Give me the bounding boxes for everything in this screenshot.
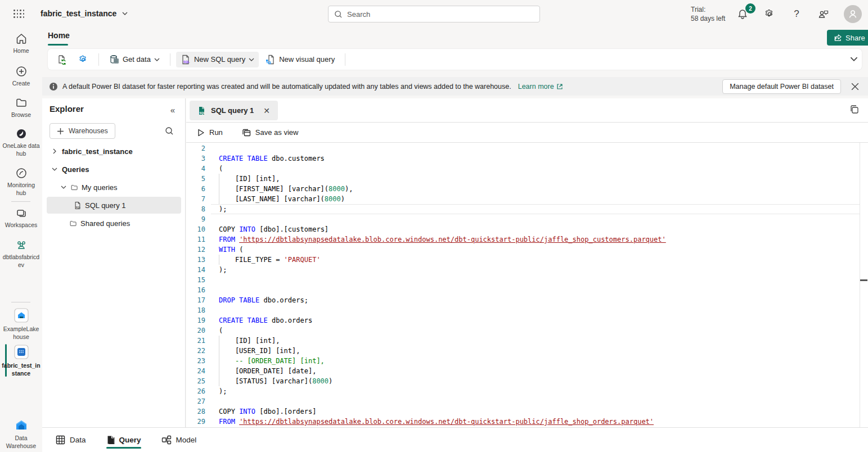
code-line: COPY INTO [dbo].[customers] <box>211 224 860 234</box>
close-tab-icon[interactable]: ✕ <box>263 106 270 115</box>
app-launcher-icon[interactable] <box>14 10 25 19</box>
info-banner: A default Power BI dataset for faster re… <box>42 77 868 96</box>
code-line: ); <box>211 204 860 214</box>
tab-home[interactable]: Home <box>48 31 70 40</box>
banner-close-icon[interactable] <box>851 83 859 91</box>
settings-button[interactable] <box>74 52 93 67</box>
query-editor-panel: SQL SQL query 1 ✕ Run Save as view 23456… <box>186 98 868 427</box>
people-group-icon <box>0 239 42 251</box>
new-warehouses-button[interactable]: Warehouses <box>50 123 115 139</box>
bottom-view-switcher: Data Query Model <box>42 427 868 452</box>
gear-icon <box>78 55 88 65</box>
tab-model[interactable]: Model <box>161 428 197 452</box>
code-line: [STATUS] [varchar](8000) <box>211 376 860 386</box>
save-as-view-button[interactable]: Save as view <box>239 126 302 139</box>
plus-icon <box>57 128 64 135</box>
code-line <box>211 275 860 285</box>
tab-home-underline <box>48 44 68 46</box>
sql-code-editor[interactable]: 2345678910111213141516171819202122232425… <box>186 143 868 427</box>
new-sql-query-button[interactable]: SQL New SQL query <box>176 52 259 67</box>
editor-scrollbar[interactable] <box>860 143 868 427</box>
person-icon <box>848 9 858 19</box>
collapse-ribbon-chevron-icon[interactable] <box>850 55 858 63</box>
code-line: FILE_TYPE = 'PARQUET' <box>211 255 860 265</box>
sidebar-item-browse[interactable]: Browse <box>0 97 42 119</box>
chevron-down-icon <box>154 57 160 62</box>
visual-query-icon <box>266 55 276 65</box>
query-toolbar: Run Save as view <box>186 123 868 143</box>
collapse-panel-icon[interactable]: « <box>170 105 175 115</box>
chevron-right-icon <box>51 148 58 154</box>
help-icon[interactable]: ? <box>789 7 804 21</box>
search-placeholder: Search <box>347 10 370 19</box>
manage-default-dataset-button[interactable]: Manage default Power BI dataset <box>722 79 841 94</box>
sidebar-item-fabric-test-instance[interactable]: fabric_test_instance <box>0 344 42 377</box>
learn-more-link[interactable]: Learn more <box>518 83 563 91</box>
code-line: ( <box>211 326 860 336</box>
code-line: WITH ( <box>211 245 860 255</box>
sidebar-item-dbtlabsfabricdev[interactable]: dbtlabsfabricdev <box>0 239 42 269</box>
toolbar-divider <box>345 53 345 66</box>
sidebar-item-home[interactable]: Home <box>0 33 42 55</box>
toolbar-divider <box>170 53 170 66</box>
sql-document-icon: SQL <box>181 55 191 65</box>
monitoring-hub-icon <box>0 167 42 179</box>
code-line: -- [ORDER_DATE] [int], <box>211 356 860 366</box>
lakehouse-icon <box>0 308 42 323</box>
document-refresh-icon <box>57 55 67 65</box>
tree-node-warehouse[interactable]: fabric_test_instance <box>47 143 181 160</box>
settings-gear-icon[interactable] <box>762 7 777 21</box>
folder-icon <box>0 97 42 109</box>
sidebar-item-monitoring-hub[interactable]: Monitoring hub <box>0 167 42 197</box>
feedback-icon[interactable] <box>816 7 831 21</box>
data-grid-icon <box>56 435 65 445</box>
external-link-icon <box>556 83 563 90</box>
code-line: CREATE TABLE dbo.customers <box>211 153 860 164</box>
code-line: [FIRST_NAME] [varchar](8000), <box>211 184 860 194</box>
sidebar-item-onelake-data-hub[interactable]: OneLake data hub <box>0 128 42 157</box>
tree-node-queries[interactable]: Queries <box>47 161 181 178</box>
sidebar-item-create[interactable]: Create <box>0 65 42 87</box>
refresh-source-button[interactable] <box>52 52 71 67</box>
explorer-search-icon[interactable] <box>165 126 174 135</box>
new-visual-query-button[interactable]: New visual query <box>261 52 339 67</box>
tree-node-sql-query-1[interactable]: SQL SQL query 1 <box>47 197 181 214</box>
search-input[interactable]: Search <box>328 6 540 22</box>
trial-status: Trial: 58 days left <box>691 5 725 23</box>
code-line: ); <box>211 386 860 396</box>
code-line <box>211 285 860 295</box>
explorer-panel: Explorer « Warehouses fabric_test_instan… <box>42 98 186 427</box>
plus-circle-icon <box>0 65 42 78</box>
scrollbar-marker <box>860 279 867 281</box>
tab-query[interactable]: Query <box>106 428 141 452</box>
run-button[interactable]: Run <box>194 126 226 139</box>
tree-node-my-queries[interactable]: My queries <box>47 179 181 196</box>
workspace-switcher[interactable]: fabric_test_instance <box>41 9 128 18</box>
folder-icon <box>70 220 77 227</box>
rail-divider <box>11 302 30 302</box>
info-icon <box>49 82 58 91</box>
chevron-down-icon <box>60 184 67 190</box>
sidebar-item-examplelakehouse[interactable]: ExampleLakehouse <box>0 308 42 341</box>
notification-badge: 2 <box>745 3 755 13</box>
code-lines: CREATE TABLE dbo.customers( [ID] [int], … <box>211 143 860 427</box>
get-data-button[interactable]: Get data <box>105 52 164 67</box>
sidebar-item-data-warehouse[interactable]: Data Warehouse <box>0 419 42 450</box>
code-line: DROP TABLE dbo.orders; <box>211 295 860 305</box>
copy-icon[interactable] <box>849 104 860 115</box>
code-line <box>211 214 860 224</box>
code-line: COPY INTO [dbo].[orders] <box>211 406 860 417</box>
query-doc-icon <box>106 435 115 445</box>
tree-node-shared-queries[interactable]: Shared queries <box>47 215 181 232</box>
banner-message: A default Power BI dataset for faster re… <box>62 83 511 91</box>
ribbon-toolbar: Get data SQL New SQL query New visual qu… <box>48 49 862 70</box>
code-line: [ORDER_DATE] [date], <box>211 366 860 376</box>
play-icon <box>197 129 205 137</box>
share-button[interactable]: Share <box>827 30 868 46</box>
tab-data[interactable]: Data <box>56 428 86 452</box>
search-icon <box>334 10 343 19</box>
user-avatar[interactable] <box>844 5 862 23</box>
folder-icon <box>71 184 78 191</box>
tab-sql-query-1[interactable]: SQL SQL query 1 ✕ <box>190 101 278 120</box>
sidebar-item-workspaces[interactable]: Workspaces <box>0 207 42 229</box>
